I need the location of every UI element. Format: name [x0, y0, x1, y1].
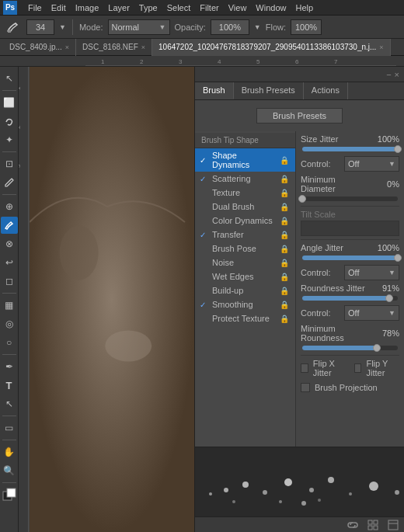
svg-text:4: 4 [218, 58, 221, 65]
opacity-arrow[interactable]: ▼ [254, 23, 261, 31]
tool-shape[interactable]: ▭ [1, 419, 18, 436]
menu-help[interactable]: Help [295, 3, 313, 12]
control3-label: Control: [301, 308, 340, 318]
tool-sep5 [2, 354, 16, 355]
list-item-buildup[interactable]: Build-up 🔒 [195, 283, 295, 297]
control1-label: Control: [301, 159, 340, 169]
tab-brush[interactable]: Brush [195, 82, 234, 99]
tool-eraser[interactable]: ◻ [1, 273, 18, 290]
tool-sep6 [2, 416, 16, 416]
tool-hand[interactable]: ✋ [1, 443, 18, 461]
brush-presets-button[interactable]: Brush Presets [256, 108, 343, 123]
list-item-scattering[interactable]: Scattering 🔒 [195, 172, 295, 186]
tool-gradient[interactable]: ▦ [1, 297, 18, 314]
panel-icon[interactable] [387, 519, 399, 531]
control3-select[interactable]: Off ▼ [344, 305, 399, 321]
list-item-brush-pose[interactable]: Brush Pose 🔒 [195, 242, 295, 256]
menu-window[interactable]: Window [256, 3, 286, 12]
flow-box[interactable]: 100% [291, 19, 322, 35]
angle-jitter-slider[interactable] [301, 256, 399, 260]
tool-blur[interactable]: ◎ [1, 315, 18, 332]
control1-select[interactable]: Off ▼ [344, 156, 399, 172]
lock-icon-6: 🔒 [280, 245, 289, 253]
menu-image[interactable]: Image [75, 3, 99, 12]
preview-dots-container [195, 447, 404, 516]
lock-icon-7: 🔒 [280, 259, 289, 267]
svg-point-30 [318, 499, 321, 502]
tool-stamp[interactable]: ⊗ [1, 235, 18, 252]
list-item-color-dynamics[interactable]: Color Dynamics 🔒 [195, 214, 295, 228]
tab-brush-presets[interactable]: Brush Presets [234, 82, 304, 99]
list-item-transfer[interactable]: Transfer 🔒 [195, 228, 295, 242]
canvas-area[interactable] [30, 67, 194, 532]
mode-label: Mode: [79, 23, 103, 32]
list-item-protect-texture[interactable]: Protect Texture 🔒 [195, 311, 295, 325]
tab-close-2[interactable]: × [141, 43, 145, 51]
toolbar-arrow[interactable]: ▼ [59, 23, 66, 31]
menu-view[interactable]: View [228, 3, 247, 12]
canvas-image [30, 67, 194, 532]
tab-doc2[interactable]: DSC_8168.NEF × [76, 39, 152, 56]
tool-move[interactable]: ↖ [1, 70, 18, 87]
svg-point-0 [8, 30, 11, 33]
menu-type[interactable]: Type [139, 3, 158, 12]
grid-icon[interactable] [367, 519, 379, 531]
list-item-smoothing[interactable]: Smoothing 🔒 [195, 297, 295, 311]
tool-marquee[interactable]: ⬜ [1, 94, 18, 111]
svg-text:2: 2 [19, 125, 22, 129]
list-item-dual-brush[interactable]: Dual Brush 🔒 [195, 200, 295, 214]
svg-point-28 [279, 500, 282, 503]
panel-minimize[interactable]: − [386, 70, 391, 79]
menu-select[interactable]: Select [167, 3, 191, 12]
brush-proj-checkbox[interactable] [301, 383, 310, 392]
tool-colors[interactable] [1, 486, 18, 503]
tool-brush[interactable] [1, 217, 18, 234]
tool-wand[interactable]: ✦ [1, 131, 18, 148]
tool-zoom[interactable]: 🔍 [1, 462, 18, 479]
min-diameter-slider[interactable] [301, 196, 399, 201]
panel-tabs: Brush Brush Presets Actions [195, 82, 404, 100]
svg-text:1: 1 [101, 58, 105, 65]
menu-layer[interactable]: Layer [108, 3, 130, 12]
menu-filter[interactable]: Filter [200, 3, 218, 12]
tab-close-3[interactable]: × [379, 43, 383, 51]
min-roundness-label: Minimum Roundness [301, 324, 371, 342]
list-item-shape-dynamics[interactable]: Shape Dynamics 🔒 [195, 148, 295, 172]
control2-select[interactable]: Off ▼ [344, 265, 399, 280]
tab-doc3[interactable]: 10647202_10204767818379207_2909540113386… [152, 39, 391, 56]
min-roundness-slider[interactable] [301, 346, 399, 350]
brush-size-box[interactable]: 34 [26, 19, 54, 35]
tool-lasso[interactable] [1, 113, 18, 130]
min-diameter-value: 0% [371, 179, 399, 189]
tool-text[interactable]: T [1, 377, 18, 394]
flip-y-checkbox[interactable] [354, 363, 362, 373]
tool-dodge[interactable]: ○ [1, 334, 18, 351]
chain-icon[interactable] [347, 519, 359, 531]
menu-edit[interactable]: Edit [51, 3, 66, 12]
mode-select[interactable]: Normal ▼ [108, 19, 170, 35]
tool-path-select[interactable]: ↖ [1, 395, 18, 412]
list-item-noise[interactable]: Noise 🔒 [195, 256, 295, 269]
svg-point-16 [60, 226, 99, 280]
brush-preview [195, 447, 404, 516]
list-item-wet-edges[interactable]: Wet Edges 🔒 [195, 269, 295, 283]
tool-crop[interactable]: ⊡ [1, 155, 18, 172]
menu-file[interactable]: File [28, 3, 42, 12]
tool-history[interactable]: ↩ [1, 254, 18, 271]
tab-actions[interactable]: Actions [304, 82, 348, 99]
panel-close[interactable]: × [395, 70, 399, 79]
svg-text:1: 1 [19, 86, 22, 90]
flip-x-checkbox[interactable] [301, 363, 308, 373]
tab-doc1[interactable]: DSC_8409.jp... × [3, 39, 76, 56]
svg-text:3: 3 [179, 58, 183, 65]
list-item-texture[interactable]: Texture 🔒 [195, 186, 295, 200]
tool-eyedropper[interactable] [1, 174, 18, 191]
roundness-jitter-slider[interactable] [301, 296, 399, 301]
opacity-box[interactable]: 100% [211, 19, 249, 35]
control2-row: Control: Off ▼ [301, 265, 399, 280]
tool-healing[interactable]: ⊕ [1, 198, 18, 215]
tool-pen[interactable]: ✒ [1, 358, 18, 375]
tab-close-1[interactable]: × [65, 43, 69, 51]
angle-jitter-row: Angle Jitter 100% [301, 243, 399, 252]
size-jitter-slider[interactable] [301, 147, 399, 151]
